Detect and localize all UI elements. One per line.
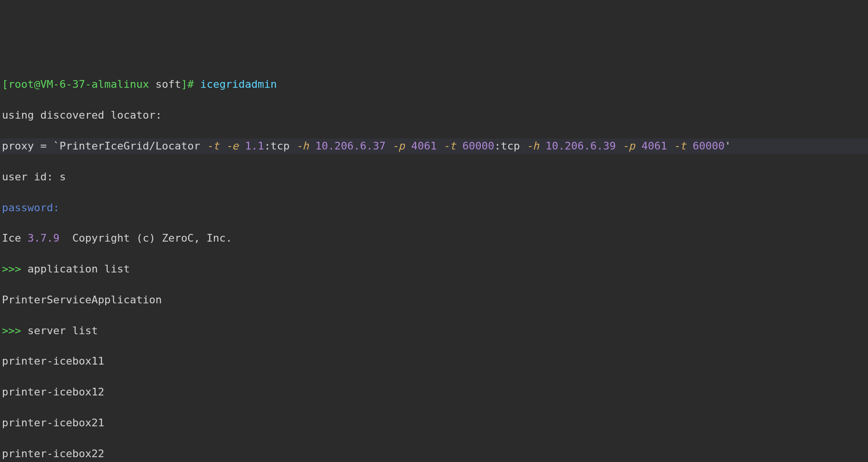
repl-line: >>> server list bbox=[0, 323, 868, 339]
cmd-application-list: application list bbox=[28, 263, 130, 275]
proxy-key: proxy bbox=[2, 140, 40, 152]
repl-prompt: >>> bbox=[2, 263, 28, 275]
flag-h: -h bbox=[526, 140, 546, 152]
flag-t: -t bbox=[207, 140, 226, 152]
flag-e: -e bbox=[226, 140, 245, 152]
prompt-close: ] bbox=[181, 78, 187, 90]
cwd: soft bbox=[149, 78, 181, 90]
cmd-server-list: server list bbox=[28, 325, 98, 337]
proxy-version: 1.1 bbox=[245, 140, 264, 152]
flag-p: -p bbox=[622, 140, 642, 152]
ip-1: 10.206.6.37 bbox=[315, 140, 392, 152]
timeout-1: 60000 bbox=[462, 140, 494, 152]
flag-h: -h bbox=[296, 140, 315, 152]
ice-label: Ice bbox=[2, 232, 28, 244]
user-host: root@VM-6-37-almalinux bbox=[8, 78, 149, 90]
ip-2: 10.206.6.39 bbox=[546, 140, 622, 152]
output-server: printer-icebox21 bbox=[0, 415, 868, 431]
userid-line: user id: s bbox=[0, 169, 868, 185]
proxy-tick: ` bbox=[47, 140, 60, 152]
output-server: printer-icebox22 bbox=[0, 446, 868, 462]
ice-version-line: Ice 3.7.9 Copyright (c) ZeroC, Inc. bbox=[0, 231, 868, 246]
repl-prompt: >>> bbox=[2, 325, 28, 337]
output-server: printer-icebox11 bbox=[0, 353, 868, 369]
tcp-1: :tcp bbox=[264, 140, 296, 152]
shell-prompt-line: [root@VM-6-37-almalinux soft]# icegridad… bbox=[0, 77, 868, 92]
flag-p: -p bbox=[392, 140, 411, 152]
proxy-name: PrinterIceGrid/Locator bbox=[59, 140, 207, 152]
proxy-line: proxy = `PrinterIceGrid/Locator -t -e 1.… bbox=[0, 138, 868, 154]
flag-t: -t bbox=[443, 140, 462, 152]
repl-line: >>> application list bbox=[0, 261, 868, 277]
userid-value: s bbox=[59, 171, 66, 183]
tcp-2: :tcp bbox=[494, 140, 526, 152]
proxy-eq: = bbox=[40, 140, 46, 152]
port-2: 4061 bbox=[642, 140, 673, 152]
ice-copyright: Copyright (c) ZeroC, Inc. bbox=[59, 232, 232, 244]
userid-label: user id: bbox=[2, 171, 59, 183]
proxy-end: ' bbox=[725, 140, 731, 152]
locator-message: using discovered locator: bbox=[0, 108, 868, 123]
terminal-output[interactable]: [root@VM-6-37-almalinux soft]# icegridad… bbox=[0, 62, 868, 462]
password-prompt: password: bbox=[0, 200, 868, 216]
prompt-open: [ bbox=[2, 78, 8, 90]
port-1: 4061 bbox=[411, 140, 443, 152]
shell-command: icegridadmin bbox=[200, 78, 277, 90]
ice-version: 3.7.9 bbox=[28, 232, 59, 244]
output-app: PrinterServiceApplication bbox=[0, 292, 868, 308]
flag-t: -t bbox=[673, 140, 693, 152]
output-server: printer-icebox12 bbox=[0, 384, 868, 400]
timeout-2: 60000 bbox=[693, 140, 725, 152]
prompt-hash: # bbox=[187, 78, 200, 90]
